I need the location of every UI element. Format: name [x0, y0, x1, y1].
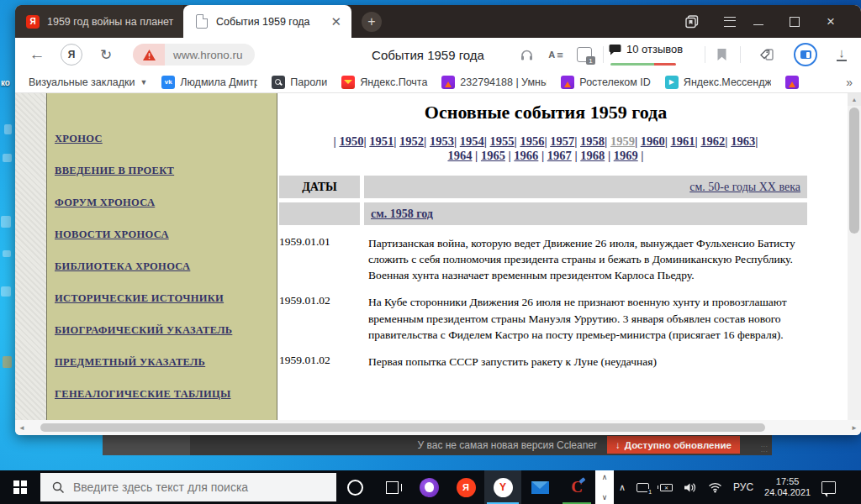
- messenger-icon: ▶: [665, 76, 679, 89]
- new-tab-button[interactable]: +: [362, 12, 382, 32]
- tabs-panel-button[interactable]: [677, 5, 707, 38]
- security-warning-icon[interactable]: [133, 44, 165, 66]
- address-bar[interactable]: www.hrono.ru: [133, 44, 255, 66]
- bookmark-vk-profile[interactable]: vk Людмила Дмитри: [161, 76, 257, 89]
- read-aloud-button[interactable]: [515, 38, 538, 71]
- start-button[interactable]: [0, 470, 40, 504]
- reader-mode-button[interactable]: A≡: [543, 38, 568, 71]
- cortana-button[interactable]: [336, 470, 373, 504]
- year-link[interactable]: 1955: [490, 134, 515, 148]
- close-button[interactable]: ×: [816, 5, 846, 38]
- power-status-icon[interactable]: ✕: [660, 484, 673, 491]
- pocket-button[interactable]: 1: [572, 38, 597, 71]
- bookmark-rostelecom-account[interactable]: 232794188 | Умны: [441, 76, 547, 89]
- bookmark-passwords[interactable]: Пароли: [272, 76, 327, 89]
- bookmark-rostelecom-id[interactable]: Ростелеком ID: [561, 76, 651, 89]
- taskbar-alice[interactable]: [410, 470, 447, 504]
- back-button[interactable]: ←: [25, 38, 49, 71]
- tab-close-icon[interactable]: ✕: [325, 14, 351, 29]
- horizontal-scroll-track[interactable]: [29, 420, 848, 435]
- year-link[interactable]: 1957: [550, 134, 574, 148]
- taskbar-search[interactable]: [40, 473, 336, 501]
- year-link[interactable]: 1962: [700, 134, 725, 148]
- year-link[interactable]: 1959: [610, 134, 635, 148]
- year-link[interactable]: 1965: [481, 149, 505, 162]
- minimize-button[interactable]: [743, 5, 774, 38]
- reviews-button[interactable]: 10 отзывов: [609, 43, 683, 55]
- year-link-wrap: 1966: [514, 149, 547, 162]
- sidebar-nav-link[interactable]: ПРЕДМЕТНЫЙ УКАЗАТЕЛЬ: [55, 355, 277, 369]
- taskbar-mail[interactable]: [521, 470, 558, 504]
- tab-sobytiya-1959[interactable]: События 1959 года ✕: [183, 5, 351, 38]
- refresh-button[interactable]: ↻: [94, 38, 118, 71]
- year-link[interactable]: 1969: [614, 149, 638, 162]
- display-sync-icon[interactable]: 1: [637, 483, 649, 492]
- year-link[interactable]: 1968: [580, 149, 605, 162]
- scroll-up-icon[interactable]: ▲: [848, 93, 861, 106]
- resize-grip[interactable]: ∙∙∙∙∙∙: [761, 444, 769, 454]
- wifi-icon[interactable]: [708, 482, 722, 493]
- bookmark-yandex-mail[interactable]: Яндекс.Почта: [341, 76, 427, 89]
- year-link[interactable]: 1961: [671, 134, 695, 148]
- sidebar-nav-link[interactable]: БИБЛИОТЕКА ХРОНОСА: [55, 260, 277, 273]
- taskbar-scroll-widget[interactable]: ∧ ∨: [595, 470, 614, 504]
- scroll-up-icon[interactable]: ∧: [602, 473, 608, 481]
- horizontal-scrollbar[interactable]: ◄ ►: [15, 420, 861, 435]
- scroll-left-icon[interactable]: ◄: [15, 424, 29, 432]
- sidebar-nav-link[interactable]: ФОРУМ ХРОНОСА: [55, 196, 277, 209]
- sidebar-nav-link[interactable]: НОВОСТИ ХРОНОСА: [55, 228, 277, 241]
- year-link[interactable]: 1958: [580, 134, 605, 148]
- language-indicator[interactable]: РУС: [733, 481, 753, 493]
- year-link[interactable]: 1966: [514, 149, 538, 162]
- year-link[interactable]: 1960: [641, 134, 665, 148]
- year-link[interactable]: 1956: [520, 134, 544, 148]
- year-link[interactable]: 1967: [547, 149, 572, 162]
- horizontal-scroll-thumb[interactable]: [40, 423, 765, 432]
- show-hidden-icons-button[interactable]: ∧: [619, 482, 626, 493]
- sidebar-nav-link[interactable]: ХРОНОС: [55, 132, 277, 145]
- taskbar-ccleaner[interactable]: C: [558, 470, 595, 504]
- search-icon: [52, 481, 65, 494]
- scroll-down-icon[interactable]: ∨: [602, 493, 608, 501]
- vertical-scroll-thumb[interactable]: [849, 108, 859, 234]
- maximize-button[interactable]: [779, 5, 810, 38]
- year-link[interactable]: 1964: [447, 149, 472, 162]
- taskbar-yandex-app[interactable]: Я: [447, 470, 484, 504]
- year-link[interactable]: 1950: [339, 134, 363, 148]
- bookmarks-overflow-button[interactable]: »: [846, 76, 853, 89]
- collections-button[interactable]: [753, 38, 780, 71]
- vertical-scrollbar[interactable]: ▲: [848, 93, 861, 420]
- scroll-right-icon[interactable]: ►: [848, 424, 861, 432]
- search-input[interactable]: [71, 480, 310, 495]
- bookmark-yandex-messenger[interactable]: ▶ Яндекс.Мессендж: [665, 76, 771, 89]
- year-link[interactable]: 1951: [369, 134, 394, 148]
- events-table-header: ДАТЫ см. 50-е годы XX века см. 1958 год: [279, 176, 807, 225]
- speaker-icon[interactable]: [684, 482, 697, 493]
- taskbar-yandex-browser[interactable]: Y: [484, 470, 521, 504]
- sidebar-nav-link[interactable]: ИСТОРИЧЕСКИЕ ИСТОЧНИКИ: [55, 291, 277, 305]
- year-link-wrap: 1956: [515, 134, 545, 148]
- yandex-home-button[interactable]: Я: [59, 38, 84, 71]
- bookmark-button[interactable]: [710, 38, 733, 71]
- menu-button[interactable]: [715, 5, 745, 38]
- sidebar-toggle-button[interactable]: [792, 38, 819, 71]
- task-view-button[interactable]: [373, 470, 410, 504]
- clock[interactable]: 17:55 24.04.2021: [764, 476, 811, 498]
- url-text[interactable]: www.hrono.ru: [165, 44, 255, 66]
- year-link[interactable]: 1952: [399, 134, 424, 148]
- bookmark-truncated[interactable]: [785, 76, 799, 89]
- bookmark-visual-bookmarks[interactable]: Визуальные закладки ▼: [29, 76, 147, 88]
- year-link[interactable]: 1963: [731, 134, 755, 148]
- sidebar-nav-link[interactable]: БИОГРАФИЧЕСКИЙ УКАЗАТЕЛЬ: [55, 323, 277, 337]
- year-link[interactable]: 1954: [460, 134, 484, 148]
- year-link[interactable]: 1953: [430, 134, 454, 148]
- decade-link[interactable]: см. 50-е годы XX века: [689, 181, 800, 194]
- desktop-icon-fragment: [1, 216, 11, 228]
- update-available-button[interactable]: ↓ Доступно обновление: [607, 436, 740, 454]
- action-center-icon[interactable]: [821, 481, 836, 494]
- tab-1959-god-voyny[interactable]: Я 1959 год войны на планет: [15, 5, 183, 38]
- previous-year-link[interactable]: см. 1958 год: [371, 207, 433, 221]
- downloads-button[interactable]: ↓: [829, 38, 854, 71]
- sidebar-nav-link[interactable]: ГЕНЕАЛОГИЧЕСКИЕ ТАБЛИЦЫ: [55, 387, 277, 401]
- sidebar-nav-link[interactable]: ВВЕДЕНИЕ В ПРОЕКТ: [55, 164, 277, 177]
